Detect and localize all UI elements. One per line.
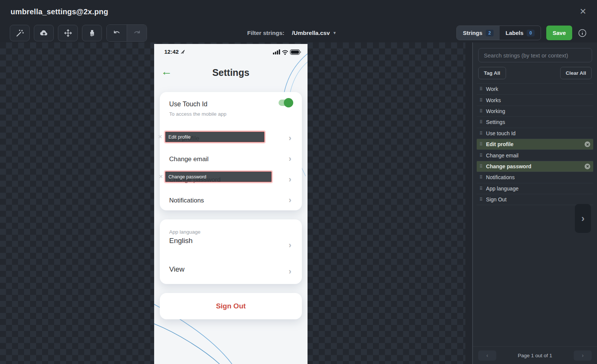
move-icon (64, 29, 73, 38)
tab-labels[interactable]: Labels 0 (500, 26, 541, 40)
drag-handle-icon[interactable]: ⠿ (479, 197, 483, 202)
drag-handle-icon[interactable]: ⠿ (479, 164, 483, 169)
undo-redo-group (106, 24, 147, 42)
page-next-button[interactable]: › (574, 350, 592, 361)
brush-button[interactable] (82, 25, 102, 41)
signal-bars-icon (273, 50, 280, 55)
string-row[interactable]: ⠿Change password (477, 161, 593, 172)
string-row[interactable]: ⠿Settings (477, 117, 593, 128)
settings-row-label: Change email (169, 156, 209, 163)
page-prev-button[interactable]: ‹ (478, 350, 496, 361)
cloud-upload-icon (39, 29, 49, 38)
string-row[interactable]: ⠿Works (477, 95, 593, 106)
info-button[interactable] (577, 28, 587, 38)
move-button[interactable] (58, 25, 78, 41)
filter-file-dropdown[interactable]: /Umbrella.csv ▾ (292, 30, 336, 36)
string-row[interactable]: ⠿App language (477, 183, 593, 194)
string-row[interactable]: ⠿Work (477, 84, 593, 95)
search-input[interactable] (478, 48, 592, 62)
drag-handle-icon[interactable]: ⠿ (479, 119, 483, 125)
security-card: Use Touch Id To access the mobile app Ed… (160, 92, 302, 210)
drag-handle-icon[interactable]: ⠿ (479, 109, 483, 114)
phone-page-title: Settings (154, 67, 308, 78)
string-row[interactable]: ⠿Use touch Id (477, 128, 593, 139)
string-list: ⠿Work⠿Works⠿Working⠿Settings⠿Use touch I… (477, 83, 593, 205)
view-row-label[interactable]: View (169, 265, 185, 273)
brush-icon (88, 29, 96, 37)
tag-text: Change password (168, 174, 206, 180)
screenshot-phone: 12:42 (154, 44, 308, 364)
location-arrow-icon (180, 50, 185, 54)
string-label: Use touch Id (486, 130, 516, 136)
string-label: Edit profile (486, 141, 514, 147)
pagination-label: Page 1 out of 1 (518, 353, 552, 358)
redo-icon (133, 30, 141, 36)
string-tag-edit-profile[interactable]: Edit profile (165, 131, 265, 142)
save-button[interactable]: Save (546, 26, 572, 40)
magic-wand-icon (15, 29, 24, 38)
string-row[interactable]: ⠿Working (477, 106, 593, 117)
tab-strings[interactable]: Strings 2 (457, 26, 499, 40)
settings-row[interactable]: Notifications› (160, 190, 302, 211)
string-row[interactable]: ⠿Sign Out (477, 194, 593, 205)
chevron-right-icon[interactable]: › (289, 241, 291, 249)
magic-wand-button[interactable] (10, 25, 30, 41)
mode-segmented-control: Strings 2 Labels 0 (456, 26, 541, 40)
app-language-label: App language (169, 229, 200, 235)
chevron-right-icon: › (581, 213, 585, 224)
phone-statusbar: 12:42 (154, 48, 308, 56)
drag-handle-icon[interactable]: ⠿ (479, 186, 483, 191)
clear-all-button[interactable]: Clear All (560, 67, 592, 79)
settings-row-label: Notifications (169, 197, 204, 204)
tool-group (10, 25, 102, 41)
string-tag-change-password[interactable]: Change password (165, 171, 272, 182)
toolbar: Filter strings: /Umbrella.csv ▾ Strings … (0, 23, 597, 42)
untag-icon[interactable] (585, 163, 590, 169)
wifi-dot (284, 53, 286, 55)
header-right-controls: Strings 2 Labels 0 Save (456, 23, 587, 42)
string-label: App language (486, 186, 518, 192)
drag-handle-icon[interactable]: ⠿ (479, 86, 483, 92)
tag-all-button[interactable]: Tag All (478, 67, 506, 79)
touchid-toggle[interactable] (279, 100, 292, 106)
string-row[interactable]: ⠿Change email (477, 150, 593, 161)
sidebar-actions: Tag All Clear All (478, 67, 592, 79)
drag-handle-icon[interactable]: ⠿ (479, 98, 483, 103)
untag-icon[interactable] (585, 142, 590, 147)
tag-text: Edit profile (168, 134, 191, 140)
undo-icon (113, 30, 121, 36)
collapse-panel-button[interactable]: › (575, 204, 591, 233)
main-area: 12:42 (0, 42, 597, 364)
preferences-card: App language English › View › (160, 219, 302, 284)
remove-tag-icon[interactable]: ✕ (158, 134, 162, 139)
tab-labels-label: Labels (506, 30, 524, 36)
redo-button[interactable] (127, 25, 147, 41)
string-label: Change email (486, 153, 518, 159)
upload-button[interactable] (34, 25, 54, 41)
touchid-title: Use Touch Id (169, 100, 208, 108)
editor-canvas[interactable]: 12:42 (0, 42, 465, 364)
string-row[interactable]: ⠿Notifications (477, 172, 593, 183)
signout-button[interactable]: Sign Out (160, 293, 302, 319)
canvas-scroll-strip[interactable] (465, 42, 473, 364)
chevron-right-icon[interactable]: › (289, 267, 291, 276)
filter-strings-label: Filter strings: (247, 30, 284, 36)
app-language-value[interactable]: English (169, 237, 192, 245)
remove-tag-icon[interactable]: ✕ (159, 174, 163, 179)
drag-handle-icon[interactable]: ⠿ (479, 131, 483, 136)
drag-handle-icon[interactable]: ⠿ (479, 142, 483, 147)
undo-button[interactable] (107, 25, 127, 41)
chevron-right-icon: › (289, 134, 291, 142)
settings-row[interactable]: Change email› (160, 149, 302, 169)
signout-card[interactable]: Sign Out (160, 293, 302, 319)
filter-file-value: /Umbrella.csv (292, 30, 330, 36)
strings-count-badge: 2 (486, 30, 494, 36)
battery-icon (290, 50, 301, 55)
close-icon[interactable]: ✕ (580, 8, 586, 16)
wifi-icon (283, 50, 288, 53)
drag-handle-icon[interactable]: ⠿ (479, 153, 483, 158)
drag-handle-icon[interactable]: ⠿ (479, 175, 483, 180)
info-icon (578, 29, 587, 38)
filter-strings-control: Filter strings: /Umbrella.csv ▾ (247, 23, 335, 42)
string-row[interactable]: ⠿Edit profile (477, 139, 593, 150)
